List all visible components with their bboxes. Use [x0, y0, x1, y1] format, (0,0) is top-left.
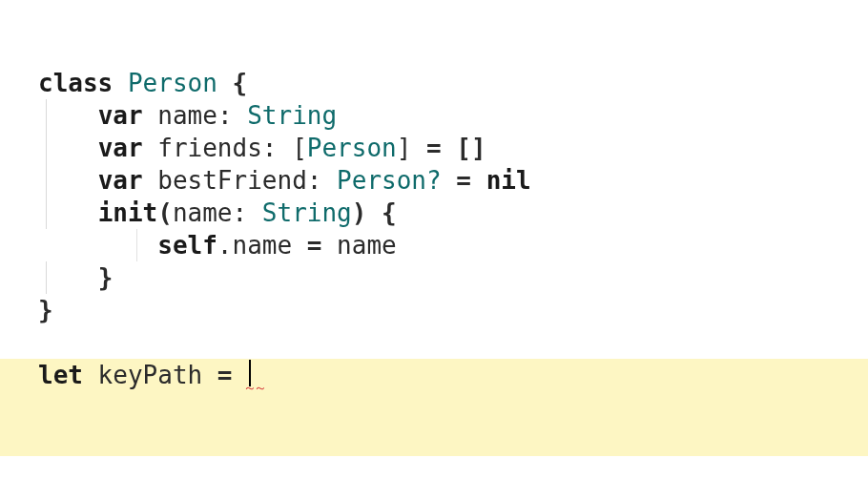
code-line[interactable]: var name: String [0, 99, 868, 132]
type-name: Person [337, 166, 426, 195]
keyword-self: self [157, 231, 217, 260]
type-name: Person [307, 134, 397, 162]
keyword-let: let [38, 361, 83, 389]
code-line[interactable]: var friends: [Person] = [] [0, 132, 868, 164]
keyword-init: init [98, 198, 158, 227]
colon: : [217, 101, 247, 130]
space [113, 69, 128, 97]
assign: = [442, 166, 486, 195]
member-access: .name [217, 231, 292, 260]
indent [38, 263, 98, 292]
keyword-var: var [98, 101, 143, 130]
colon: : [233, 198, 262, 227]
type-name: String [247, 101, 337, 130]
colon: : [307, 166, 337, 195]
assign-empty-array: = [] [411, 134, 486, 162]
identifier: bestFriend [143, 166, 307, 195]
identifier: name [337, 231, 397, 260]
indent [38, 198, 98, 227]
code-line[interactable]: let keyPath = ～～ [0, 359, 868, 456]
colon: : [262, 134, 292, 162]
keyword-class: class [38, 69, 113, 97]
code-line[interactable]: init(name: String) { [0, 197, 868, 229]
identifier: name [143, 101, 217, 130]
blank-line[interactable] [0, 326, 868, 359]
indent [38, 101, 98, 130]
identifier: friends [143, 134, 262, 162]
paren-close-brace-open: ) { [352, 198, 397, 227]
paren-open: ( [157, 198, 173, 227]
keyword-var: var [98, 166, 143, 195]
indent [38, 231, 157, 260]
code-line[interactable]: class Person { [0, 67, 868, 99]
code-line[interactable]: self.name = name [0, 229, 868, 261]
class-name: Person [128, 69, 217, 97]
assign: = [202, 361, 247, 389]
identifier: keyPath [83, 361, 202, 389]
param-name: name [173, 198, 233, 227]
code-editor[interactable]: class Person { var name: String var frie… [0, 0, 868, 456]
keyword-nil: nil [486, 166, 531, 195]
type-name: String [262, 198, 352, 227]
indent [38, 166, 98, 195]
bracket-close: ] [397, 134, 412, 162]
brace-close: } [38, 296, 53, 324]
current-line-highlight[interactable]: let keyPath = ～～ [0, 359, 868, 456]
optional-mark: ? [426, 166, 442, 195]
code-line[interactable]: } [0, 294, 868, 326]
code-line[interactable]: } [0, 261, 868, 294]
brace-open: { [217, 69, 247, 97]
brace-close: } [98, 263, 114, 292]
assign: = [292, 231, 337, 260]
bracket-open: [ [292, 134, 307, 162]
error-squiggle-icon: ～～ [243, 384, 264, 391]
keyword-var: var [98, 134, 143, 162]
code-line[interactable]: var bestFriend: Person? = nil [0, 164, 868, 197]
indent [38, 134, 98, 162]
